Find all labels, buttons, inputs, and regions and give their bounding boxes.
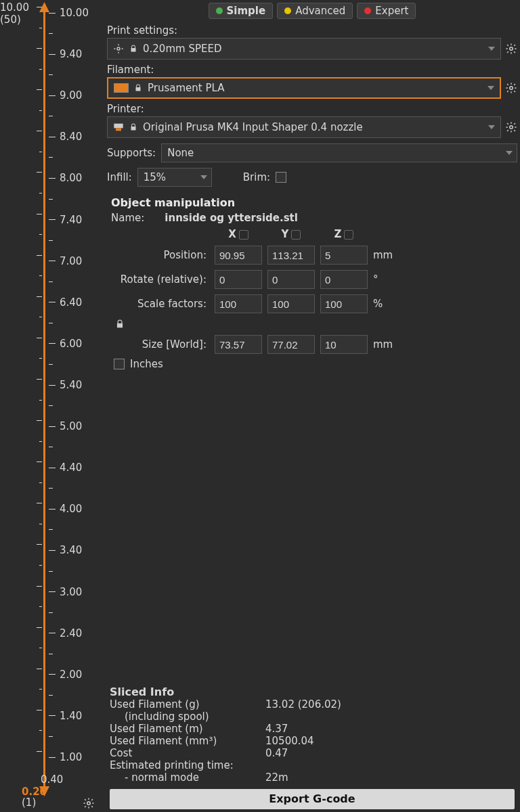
printer-label: Printer: — [107, 103, 517, 115]
ruler-tick-left-minor — [35, 482, 42, 483]
ruler-tick-minor: - — [49, 69, 60, 81]
ruler-tick-left — [32, 544, 42, 545]
print-settings-edit-icon[interactable] — [505, 43, 517, 55]
ruler-tick-left-minor — [35, 606, 42, 607]
rotate-y-input[interactable] — [267, 270, 315, 289]
svg-point-3 — [117, 47, 120, 50]
ruler-tick-left-minor — [35, 648, 42, 648]
supports-dropdown[interactable]: None — [161, 143, 517, 162]
ruler-tick: 4.40 — [49, 461, 82, 474]
ruler-tick-minor: - — [49, 730, 60, 742]
sliced-fg-value: 13.02 (206.02) — [265, 698, 341, 710]
ruler-tick-left — [32, 586, 42, 587]
axis-icon[interactable] — [291, 230, 301, 240]
print-settings-dropdown[interactable]: 0.20mm SPEED — [107, 38, 501, 60]
svg-point-8 — [510, 126, 513, 129]
svg-rect-6 — [114, 124, 123, 129]
scale-z-input[interactable] — [320, 294, 368, 313]
rotate-z-input[interactable] — [320, 270, 368, 289]
ruler-tick: 5.40 — [49, 379, 82, 391]
scale-unit: % — [373, 298, 400, 310]
dot-yellow-icon — [284, 7, 291, 14]
printer-edit-icon[interactable] — [505, 121, 517, 133]
ruler-tick-minor: - — [49, 565, 60, 577]
mode-expert-button[interactable]: Expert — [357, 3, 416, 19]
slider-top-count: (50) — [0, 14, 29, 26]
ruler-tick-left-minor — [35, 317, 42, 317]
ruler-tick-left — [32, 172, 42, 173]
sliced-cost-value: 0.47 — [265, 747, 288, 759]
svg-point-2 — [87, 802, 91, 805]
mode-simple-label: Simple — [227, 5, 266, 17]
position-x-input[interactable] — [215, 246, 262, 265]
ruler-tick: 5.00 — [49, 420, 82, 432]
mode-advanced-button[interactable]: Advanced — [277, 3, 353, 19]
filament-edit-icon[interactable] — [505, 82, 517, 94]
ruler-tick-left-minor — [35, 234, 42, 235]
slider-bot-count: (1) — [22, 797, 47, 808]
ruler-tick-left-minor — [35, 110, 42, 111]
sliced-time-sub: - normal mode — [110, 771, 265, 784]
ruler-tick-left — [32, 338, 42, 338]
layer-slider-track[interactable] — [43, 7, 45, 792]
mode-simple-button[interactable]: Simple — [209, 3, 274, 19]
ruler-tick-left-minor — [35, 730, 42, 731]
sliced-fm-label: Used Filament (m) — [110, 723, 265, 735]
axis-icon[interactable] — [344, 230, 353, 240]
axis-y-header: Y — [267, 228, 315, 240]
ruler-tick-left — [32, 131, 42, 131]
sliced-cost-label: Cost — [110, 747, 265, 759]
position-y-input[interactable] — [267, 246, 315, 265]
axis-icon[interactable] — [239, 230, 248, 240]
position-z-input[interactable] — [320, 246, 368, 265]
scale-lock[interactable] — [111, 319, 209, 330]
export-gcode-button[interactable]: Export G-code — [110, 789, 515, 809]
ruler-tick: 3.40 — [49, 544, 82, 556]
printer-dropdown[interactable]: Original Prusa MK4 Input Shaper 0.4 nozz… — [107, 116, 501, 138]
rotate-x-input[interactable] — [215, 270, 262, 289]
infill-dropdown[interactable]: 15% — [137, 168, 212, 187]
ruler-tick-left — [32, 503, 42, 503]
size-y-input[interactable] — [267, 335, 315, 354]
ruler-tick-left — [32, 7, 42, 7]
sliced-time-value: 22m — [265, 771, 288, 784]
ruler-tick-minor: - — [49, 193, 60, 205]
scale-y-input[interactable] — [267, 294, 315, 313]
ruler-tick-left-minor — [35, 152, 42, 152]
brim-checkbox[interactable] — [276, 172, 286, 183]
ruler-tick-minor: - — [49, 482, 60, 495]
printer-icon — [113, 122, 124, 132]
size-z-input[interactable] — [320, 335, 368, 354]
ruler-tick: 9.00 — [49, 89, 82, 102]
scale-x-input[interactable] — [215, 294, 262, 313]
object-name-label: Name: — [111, 212, 144, 224]
object-manipulation-grid: X Y Z Position: mm Rotate (relative): ° … — [111, 228, 513, 354]
inches-checkbox[interactable] — [114, 359, 125, 369]
ruler-tick: 4.00 — [49, 503, 82, 515]
scale-label: Scale factors: — [111, 298, 209, 310]
lock-icon — [129, 44, 137, 53]
sliced-time-label: Estimated printing time: — [110, 759, 265, 771]
chevron-down-icon — [488, 125, 495, 129]
ruler-tick-left — [32, 255, 42, 256]
ruler-tick: 6.40 — [49, 296, 82, 309]
supports-label: Supports: — [107, 147, 156, 159]
ruler-tick-left-minor — [35, 400, 42, 401]
dot-green-icon — [216, 7, 223, 14]
ruler-tick-left — [32, 669, 42, 669]
ruler-tick-left-minor — [35, 689, 42, 690]
gear-icon[interactable] — [83, 797, 95, 809]
filament-color-swatch — [114, 83, 129, 93]
filament-dropdown[interactable]: Prusament PLA — [107, 77, 501, 99]
ruler-tick-left — [32, 214, 42, 215]
ruler-tick-minor: - — [49, 152, 60, 164]
brim-label: Brim: — [243, 171, 270, 183]
infill-value: 15% — [144, 171, 166, 183]
size-x-input[interactable] — [215, 335, 262, 354]
ruler-tick: 10.00 — [49, 7, 89, 19]
ruler-tick-minor: - — [49, 648, 60, 660]
ruler-tick-left — [32, 379, 42, 380]
ruler-tick-minor: - — [49, 275, 60, 288]
ruler-tick-minor: - — [49, 28, 60, 40]
size-label: Size [World]: — [111, 338, 209, 351]
